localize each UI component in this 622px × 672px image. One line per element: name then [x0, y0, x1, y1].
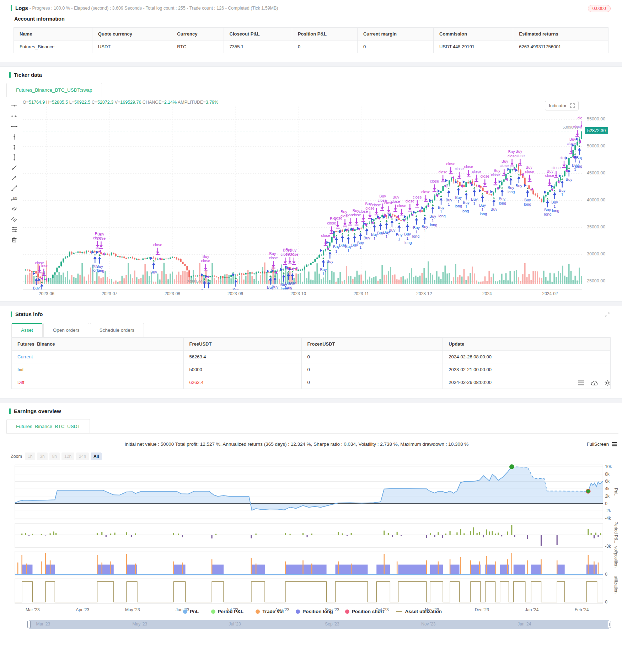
table-cell: Current	[12, 351, 184, 363]
svg-text:2k: 2k	[605, 494, 610, 499]
zoom-button-all[interactable]: All	[91, 452, 102, 460]
delete-icon[interactable]	[11, 236, 18, 243]
svg-text:1: 1	[373, 237, 375, 241]
svg-text:1: 1	[359, 245, 361, 249]
cloud-download-icon[interactable]	[591, 380, 598, 386]
svg-text:close: close	[413, 195, 422, 199]
ohlc-part: O=51764.9	[23, 100, 45, 105]
zoom-button-1h[interactable]: 1h	[25, 452, 35, 460]
column-header: Name	[14, 28, 92, 40]
status-tab-asset[interactable]: Asset	[11, 323, 43, 337]
sell-marker: close	[321, 233, 330, 250]
svg-text:close: close	[201, 259, 210, 263]
fullscreen-button[interactable]: FullScreen	[587, 441, 618, 447]
legend-item-trade-vol[interactable]: Trade Vol	[256, 609, 284, 614]
svg-text:close: close	[516, 153, 525, 158]
status-tab-open-orders[interactable]: Open orders	[43, 323, 89, 337]
svg-text:1: 1	[481, 207, 483, 211]
svg-text:8k: 8k	[605, 472, 610, 477]
ohlc-part: C=52872.3	[92, 100, 114, 105]
table-cell: 2024-02-26 08:00:00	[443, 351, 611, 363]
legend-label: PnL	[190, 609, 199, 614]
section-accent-bar	[11, 5, 12, 11]
ohlc-part: H=52885.5	[46, 100, 68, 105]
parallel-channel-icon[interactable]	[11, 205, 18, 212]
legend-item-position-short[interactable]: Position short	[345, 609, 384, 614]
tab-futures-binance-btc-usdt-swap[interactable]: Futures_Binance_BTC_USDT:swap	[6, 83, 102, 97]
sell-marker: close	[372, 203, 381, 220]
trend-line-icon[interactable]	[11, 185, 18, 192]
horizontal-ray-icon[interactable]	[11, 113, 18, 120]
candlestick-y-axis: 55000.0050000.0045000.0040000.0035000.00…	[583, 107, 615, 289]
buy-marker: Buylong	[507, 168, 515, 194]
svg-text:Buy: Buy	[547, 169, 553, 173]
zoom-button-8h[interactable]: 8h	[49, 452, 60, 460]
table-cell: 7355.1	[224, 40, 292, 53]
svg-text:1: 1	[335, 249, 337, 253]
fib-levels-icon[interactable]	[11, 226, 18, 233]
navigator-left-handle[interactable]	[27, 621, 31, 628]
column-header: Update	[443, 338, 611, 351]
svg-text:Buy: Buy	[490, 207, 497, 211]
vertical-ray-icon[interactable]	[11, 143, 18, 151]
svg-text:long: long	[430, 223, 437, 227]
svg-text:1: 1	[322, 272, 325, 276]
section-accent-bar	[9, 408, 11, 414]
vertical-segment-icon[interactable]	[11, 154, 18, 161]
arrow-line-icon[interactable]	[11, 174, 18, 181]
buy-marker: Buy1	[559, 174, 566, 196]
candlestick-plot[interactable]: 53090.9024581.00closeclosecloseBuycloseB…	[23, 107, 582, 289]
price-note-icon[interactable]: 123	[11, 195, 18, 202]
table-cell: 2023-02-21 00:00:00	[443, 363, 611, 376]
svg-text:1: 1	[553, 204, 556, 208]
legend-dot-swatch	[345, 609, 349, 614]
svg-text:close: close	[545, 173, 554, 178]
tab-futures-binance-btc-usdt[interactable]: Futures_Binance_BTC_USDT	[6, 419, 90, 433]
sell-marker: closeBuy	[289, 248, 298, 270]
column-header: Position P&L	[292, 28, 357, 40]
svg-text:long: long	[575, 164, 582, 168]
legend-item-asset-utilization[interactable]: Asset utilization	[396, 609, 442, 614]
svg-text:24581.00: 24581.00	[187, 280, 202, 284]
svg-text:Buy: Buy	[396, 233, 403, 237]
earnings-stats-line: Initial net value : 50000 Total profit: …	[6, 441, 587, 447]
legend-item-period-p-l[interactable]: Period P&L	[211, 609, 244, 614]
svg-text:close: close	[455, 167, 463, 171]
horizontal-line-icon[interactable]	[11, 102, 18, 109]
svg-text:0: 0	[605, 501, 607, 506]
status-tabs: AssetOpen ordersSchedule orders	[11, 323, 611, 337]
menu-icon	[612, 442, 617, 446]
collapse-icon[interactable]	[605, 312, 610, 317]
legend-item-position-long[interactable]: Position long	[296, 609, 333, 614]
column-header: FrozenUSDT	[301, 338, 443, 351]
gear-icon[interactable]	[604, 380, 611, 386]
svg-text:long: long	[524, 202, 531, 206]
svg-text:1: 1	[398, 237, 400, 241]
zoom-button-3h[interactable]: 3h	[37, 452, 47, 460]
candlestick-chart[interactable]: 123 O=51764.9 H=52885.5 L=50922.5 C=5287…	[7, 97, 615, 298]
navigator-right-handle[interactable]	[608, 621, 611, 628]
legend-item-pnl[interactable]: PnL	[183, 609, 199, 614]
buy-marker: Buy1	[357, 227, 364, 249]
svg-text:close: close	[406, 199, 414, 203]
ray-line-icon[interactable]	[11, 164, 18, 171]
menu-icon[interactable]	[578, 380, 584, 386]
multi-line-icon[interactable]	[11, 216, 18, 223]
svg-text:Buy: Buy	[33, 286, 40, 289]
zoom-button-12h[interactable]: 12h	[61, 452, 74, 460]
svg-text:Buy: Buy	[569, 137, 576, 141]
svg-text:1: 1	[386, 234, 388, 239]
table-cell: Diff	[12, 376, 184, 389]
vertical-line-icon[interactable]	[11, 133, 18, 140]
range-navigator[interactable]: Mar '23May '23Jul '23Sep '23Nov '23Jan '…	[29, 620, 609, 629]
zoom-button-24h[interactable]: 24h	[76, 452, 89, 460]
navigator-label: Nov '23	[421, 622, 435, 627]
trend-segment-icon[interactable]	[11, 123, 18, 130]
legend-dot-swatch	[183, 609, 187, 614]
svg-text:Buy: Buy	[576, 156, 582, 160]
svg-text:Buy: Buy	[471, 197, 478, 201]
status-tab-schedule-orders[interactable]: Schedule orders	[90, 323, 144, 337]
earnings-plot[interactable]: 10k8k6k4k2k0-2k-4k-3k00	[6, 462, 618, 607]
earnings-chart[interactable]: 10k8k6k4k2k0-2k-4k-3k00 PnLPeriod P&Lvol…	[6, 462, 618, 607]
indicator-button[interactable]: Indicator	[545, 101, 579, 110]
